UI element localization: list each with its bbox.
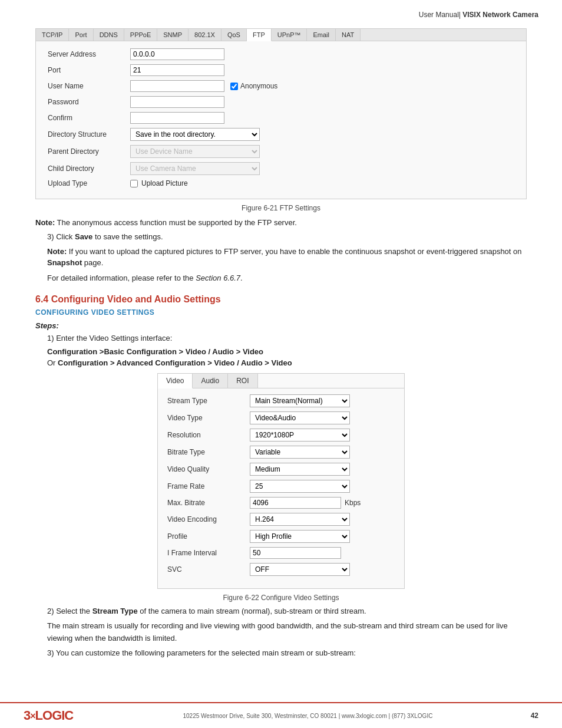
tab-8021x[interactable]: 802.1X (189, 29, 222, 41)
video-resolution-label: Resolution (167, 431, 250, 439)
ftp-server-address-input[interactable] (130, 48, 224, 60)
para1: The main stream is usually for recording… (47, 620, 527, 645)
ftp-anonymous-label: Anonymous (240, 82, 277, 90)
path2-text: Or (47, 358, 58, 367)
video-max-bitrate-row: Max. Bitrate Kbps (167, 497, 395, 509)
note3: For detailed information, please refer t… (47, 272, 527, 284)
footer-logo: 3×LOGIC (24, 708, 73, 723)
footer-address: 10225 Westmoor Drive, Suite 300, Westmin… (85, 713, 530, 719)
video-tab-roi[interactable]: ROI (228, 374, 257, 388)
ftp-upload-type-row: Upload Type Upload Picture (48, 179, 514, 187)
video-quality-row: Video Quality Medium (167, 463, 395, 476)
video-kbps-label: Kbps (345, 499, 361, 507)
video-quality-label: Video Quality (167, 465, 250, 473)
ftp-password-row: Password (48, 96, 514, 108)
video-profile-label: Profile (167, 532, 250, 541)
section-num: 6.4 (35, 294, 48, 304)
video-stream-type-select[interactable]: Main Stream(Normal) (250, 394, 350, 407)
video-max-bitrate-input[interactable] (250, 497, 341, 509)
note3-italic: Section 6.6.7 (196, 274, 240, 282)
ftp-upload-type-control: Upload Picture (130, 179, 188, 187)
tab-snmp[interactable]: SNMP (157, 29, 189, 41)
ftp-dir-structure-row: Directory Structure Save in the root dir… (48, 128, 514, 141)
video-tab-video[interactable]: Video (158, 374, 193, 388)
ftp-port-input[interactable] (130, 64, 224, 76)
ftp-upload-picture-label: Upload Picture (141, 179, 188, 187)
ftp-dir-structure-label: Directory Structure (48, 130, 130, 139)
ftp-child-dir-label: Child Directory (48, 164, 130, 173)
path1: Configuration >Basic Configuration > Vid… (47, 347, 527, 356)
video-stream-type-row: Stream Type Main Stream(Normal) (167, 394, 395, 407)
video-encoding-row: Video Encoding H.264 (167, 513, 395, 526)
ftp-anonymous-checkbox[interactable] (230, 83, 238, 90)
step3b-num: 3) (47, 648, 54, 657)
step1-text: Enter the Video Settings interface: (56, 334, 172, 342)
ftp-child-dir-select: Use Camera Name (130, 162, 260, 175)
step3-click-save: 3) Click Save to save the settings. (47, 232, 527, 241)
video-quality-select[interactable]: Medium (250, 463, 350, 476)
video-panel-tabs: Video Audio ROI (158, 374, 404, 388)
tab-qos[interactable]: QoS (222, 29, 247, 41)
video-resolution-select[interactable]: 1920*1080P (250, 429, 350, 442)
header-text: User Manual| (419, 11, 461, 19)
note1-text: The anonymous access function must be su… (55, 218, 297, 227)
video-encoding-select[interactable]: H.264 (250, 513, 350, 526)
video-resolution-row: Resolution 1920*1080P (167, 429, 395, 442)
ftp-dir-structure-select[interactable]: Save in the root directory. (130, 128, 260, 141)
tab-tcpip[interactable]: TCP/IP (36, 29, 69, 41)
step2-num: 2) (47, 607, 54, 615)
video-frame-rate-select[interactable]: 25 (250, 480, 350, 493)
ftp-password-label: Password (48, 98, 130, 106)
step1: 1) Enter the Video Settings interface: (47, 334, 527, 342)
ftp-port-label: Port (48, 66, 130, 74)
ftp-anonymous-checkbox-label[interactable]: Anonymous (230, 82, 277, 90)
subsection-heading: CONFIGURING VIDEO SETTINGS (35, 308, 527, 317)
tab-email[interactable]: Email (307, 29, 336, 41)
header-bold: VISIX Network Camera (461, 11, 538, 19)
tab-nat[interactable]: NAT (336, 29, 361, 41)
footer-page: 42 (531, 711, 538, 720)
tab-upnp[interactable]: UPnP™ (272, 29, 308, 41)
note2-text: If you want to upload the captured pictu… (67, 247, 521, 256)
video-svc-select[interactable]: OFF (250, 563, 350, 576)
video-svc-label: SVC (167, 565, 250, 574)
ftp-confirm-label: Confirm (48, 114, 130, 122)
video-bitrate-type-label: Bitrate Type (167, 448, 250, 456)
ftp-server-address-label: Server Address (48, 50, 130, 58)
ftp-panel: TCP/IP Port DDNS PPPoE SNMP 802.1X QoS F… (35, 28, 527, 199)
steps-label: Steps: (35, 321, 527, 330)
step3-text2: to save the settings. (92, 232, 163, 241)
video-tab-audio[interactable]: Audio (193, 374, 228, 388)
tab-ftp[interactable]: FTP (247, 29, 272, 41)
video-type-select[interactable]: Video&Audio (250, 411, 350, 424)
video-bitrate-type-select[interactable]: Variable (250, 446, 350, 459)
step3b-text: You can customize the following paramete… (56, 648, 356, 657)
ftp-username-row: User Name Anonymous (48, 80, 514, 92)
ftp-confirm-row: Confirm (48, 112, 514, 124)
video-frame-rate-row: Frame Rate 25 (167, 480, 395, 493)
ftp-password-input[interactable] (130, 96, 224, 108)
step2-text2: of the camera to main stream (normal), s… (138, 607, 366, 615)
path2-bold: Configuration > Advanced Configuration >… (58, 358, 292, 367)
step1-num: 1) (47, 334, 54, 342)
step2-bold: Stream Type (92, 607, 138, 615)
step3-text: Click (56, 232, 75, 241)
note1: Note: The anonymous access function must… (35, 217, 527, 229)
ftp-confirm-input[interactable] (130, 112, 224, 124)
page-footer: 3×LOGIC 10225 Westmoor Drive, Suite 300,… (0, 702, 562, 728)
video-profile-select[interactable]: High Profile (250, 530, 350, 543)
ftp-upload-picture-checkbox[interactable] (130, 180, 138, 187)
note1-bold: Note: (35, 218, 55, 227)
ftp-username-input[interactable] (130, 80, 224, 92)
page-header: User Manual| VISIX Network Camera (0, 0, 562, 22)
ftp-parent-dir-label: Parent Directory (48, 147, 130, 156)
tab-pppoe[interactable]: PPPoE (124, 29, 157, 41)
tab-ddns[interactable]: DDNS (94, 29, 124, 41)
video-stream-type-label: Stream Type (167, 397, 250, 405)
video-svc-row: SVC OFF (167, 563, 395, 576)
tab-port[interactable]: Port (69, 29, 93, 41)
note2-bold: Note: (47, 247, 67, 256)
ftp-server-address-row: Server Address (48, 48, 514, 60)
note2-bold2: Snapshot (47, 258, 82, 267)
video-iframe-interval-input[interactable] (250, 547, 341, 559)
